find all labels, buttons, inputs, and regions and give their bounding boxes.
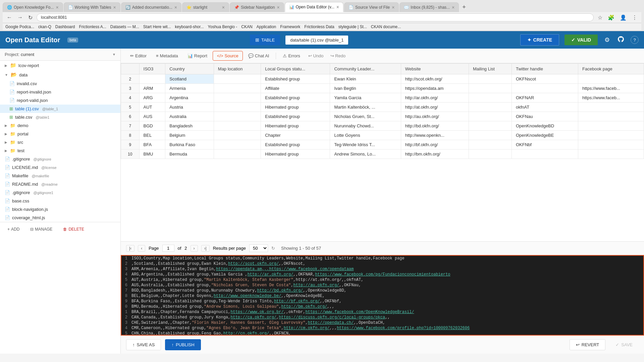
bookmark-keyboard[interactable]: keyboard-shor... [175, 24, 204, 29]
table-cell[interactable] [214, 93, 261, 103]
revert-button[interactable]: ↩ REVERT [570, 339, 606, 350]
table-cell[interactable]: BFA [139, 140, 165, 149]
create-button[interactable]: ✦ CREATE [520, 34, 559, 46]
table-cell[interactable]: http://www.openkn... [401, 131, 469, 140]
add-button[interactable]: + SAVE AS ADD [5, 226, 22, 233]
table-cell[interactable]: Andrew Simons, Lo... [330, 149, 401, 159]
bookmark-ckan[interactable]: CKAN [241, 24, 252, 29]
table-cell[interactable] [214, 84, 261, 93]
table-cell[interactable]: Ewan Klein [330, 74, 401, 84]
sidebar-item-coverage-html[interactable]: 📄 coverage_html.js [0, 214, 120, 222]
tab-close-8[interactable]: × [452, 5, 454, 10]
undo-button[interactable]: ↩ Undo [306, 52, 326, 60]
table-cell[interactable]: http://ar.okfn.org/ [401, 93, 469, 103]
table-cell[interactable]: Ivan Begtin [330, 84, 401, 93]
bookmark-yoshua[interactable]: Yoshua Bengio - [208, 24, 237, 29]
table-row[interactable]: 9BFABurkina FasoEstablished groupTeg-Wen… [121, 140, 644, 149]
bookmark-frictionless[interactable]: Frictionless A... [79, 24, 106, 29]
table-cell[interactable]: http://at.okfn.org/ [401, 103, 469, 112]
sidebar-item-invalid-csv[interactable]: 📄 invalid.csv [0, 79, 120, 88]
first-page-btn[interactable]: |‹ [126, 245, 135, 252]
table-cell[interactable] [469, 131, 512, 140]
table-row[interactable]: 7BGDBangladeshHibernated groupNurunnaby … [121, 121, 644, 131]
prev-page-btn[interactable]: ‹ [138, 245, 145, 252]
table-cell[interactable]: OKFNscot [512, 74, 578, 84]
tab-close-5[interactable]: × [277, 5, 279, 10]
table-cell[interactable]: https://opendata.am [401, 84, 469, 93]
forward-button[interactable]: → [16, 14, 24, 21]
table-cell[interactable] [578, 131, 644, 140]
table-cell[interactable]: Argentina [165, 93, 214, 103]
bookmark-ckan-doc[interactable]: CKAN docume... [371, 24, 401, 29]
bookmark-datasets[interactable]: Datasets — M... [110, 24, 139, 29]
next-page-btn[interactable]: › [191, 245, 198, 252]
profile-button[interactable]: 👤 [619, 14, 628, 21]
table-cell[interactable]: 5 [121, 103, 140, 112]
project-selector[interactable]: Project: current ▼ [0, 49, 120, 61]
sidebar-item-base-css[interactable]: 📄 base.css [0, 197, 120, 205]
table-cell[interactable] [469, 74, 512, 84]
table-cell[interactable] [214, 140, 261, 149]
table-cell[interactable]: ARM [139, 84, 165, 93]
tab-close-3[interactable]: × [174, 5, 177, 10]
table-cell[interactable]: Nicholas Gruen, St... [330, 112, 401, 121]
table-cell[interactable] [578, 103, 644, 112]
table-cell[interactable] [512, 149, 578, 159]
table-cell[interactable]: OpenKnowledgeBE [512, 131, 578, 140]
tab-starlight[interactable]: ⭐ starlight × [182, 2, 229, 12]
sidebar-item-readme[interactable]: 📄 README.md @readme [0, 180, 120, 188]
tab-close-6[interactable]: × [336, 4, 339, 10]
table-cell[interactable]: http://bm.okfn.org/ [401, 149, 469, 159]
bookmark-framework[interactable]: Framework [280, 24, 300, 29]
sidebar-item-table-csv[interactable]: ⊞ table.csv @table1 [0, 113, 120, 121]
publish-button[interactable]: ↑ PUBLISH [165, 339, 201, 350]
url-input[interactable] [37, 13, 594, 21]
sidebar-item-block-nav[interactable]: 📄 block-navigation.js [0, 205, 120, 214]
table-cell[interactable]: Established group [261, 93, 330, 103]
per-page-select[interactable]: 50 100 200 [249, 244, 268, 252]
table-cell[interactable]: 10 [121, 149, 140, 159]
menu-button[interactable]: ⋮ [631, 14, 639, 21]
table-cell[interactable]: Hibernated group [261, 149, 330, 159]
table-cell[interactable]: https://www.faceb... [578, 84, 644, 93]
table-cell[interactable]: Martin Kaltenböck, ... [330, 103, 401, 112]
save-as-button[interactable]: ↑ SAVE AS [126, 339, 161, 350]
source-tab[interactable]: </> Source [213, 51, 243, 61]
tab-source-view[interactable]: 📄 Source View of File × [344, 2, 399, 12]
table-cell[interactable]: BGD [139, 121, 165, 131]
table-cell[interactable] [578, 112, 644, 121]
sidebar-item-gitignore1[interactable]: 📄 .gitignore @gitignore1 [0, 188, 120, 197]
table-cell[interactable]: Established group [261, 140, 330, 149]
editor-tab[interactable]: ✏ Editor [126, 51, 151, 60]
table-cell[interactable] [469, 84, 512, 93]
table-cell[interactable] [214, 74, 261, 84]
tab-working-tables[interactable]: 📄 Working With Tables × [64, 2, 120, 12]
table-cell[interactable] [469, 149, 512, 159]
sidebar-item-report-valid-json[interactable]: 📄 report-valid.json [0, 96, 120, 105]
sidebar-item-lcov-report[interactable]: ▶ 📁 lcov-report [0, 61, 120, 70]
table-cell[interactable]: 4 [121, 93, 140, 103]
table-cell[interactable] [469, 112, 512, 121]
table-cell[interactable] [214, 149, 261, 159]
table-cell[interactable] [469, 93, 512, 103]
table-cell[interactable]: okfnAT [512, 103, 578, 112]
metadata-tab[interactable]: ≡ Metadata [152, 51, 182, 60]
redo-button[interactable]: ↪ Redo [328, 52, 348, 60]
tab-close-7[interactable]: × [392, 5, 394, 10]
header-local-groups[interactable]: Local Groups statu... [261, 64, 330, 74]
table-row[interactable]: 4ARGArgentinaEstablished groupYamila Gar… [121, 93, 644, 103]
help-button[interactable]: ? [631, 36, 639, 44]
table-cell[interactable]: Lotte Goyens [330, 131, 401, 140]
table-cell[interactable]: Hibernated group [261, 103, 330, 112]
sidebar-item-test[interactable]: ▶ 📁 test [0, 146, 120, 155]
table-cell[interactable]: Austria [165, 103, 214, 112]
table-cell[interactable] [469, 103, 512, 112]
valid-button[interactable]: ✓ VALID [565, 35, 598, 45]
tab-close-4[interactable]: × [222, 5, 225, 10]
bookmark-ckan-q[interactable]: ckan-Q [38, 24, 51, 29]
table-row[interactable]: 3ARMArmeniaAffiliateIvan Begtinhttps://o… [121, 84, 644, 93]
table-cell[interactable] [214, 103, 261, 112]
table-cell[interactable]: Hibernated group [261, 121, 330, 131]
manage-button[interactable]: ⊟ MANAGE [28, 226, 55, 233]
errors-tab[interactable]: ⚠ Errors [279, 51, 304, 60]
